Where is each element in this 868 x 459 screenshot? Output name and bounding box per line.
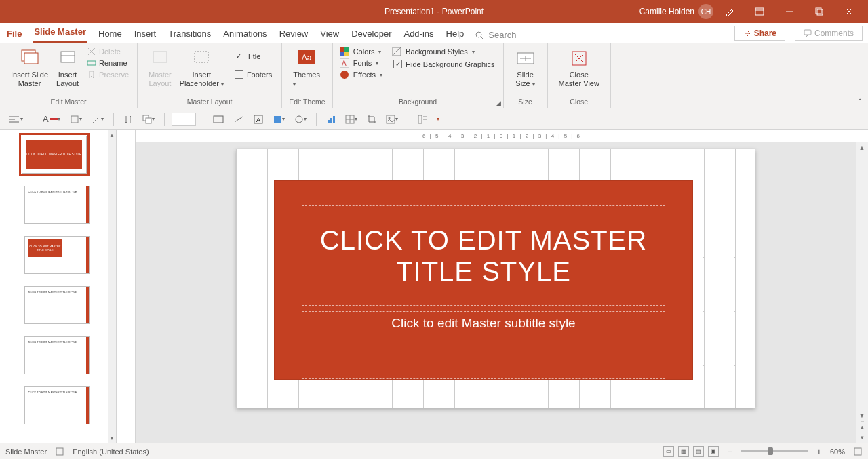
shape-outline-dropdown[interactable]: ▾ bbox=[292, 112, 309, 127]
svg-rect-56 bbox=[56, 448, 63, 455]
thumbnail-layout-3[interactable]: CLICK TO EDIT MASTER TITLE STYLE bbox=[24, 286, 90, 324]
thumbnail-layout-1[interactable]: CLICK TO EDIT MASTER TITLE STYLE bbox=[24, 186, 90, 224]
tab-home[interactable]: Home bbox=[97, 26, 123, 43]
reading-view-button[interactable]: ▤ bbox=[693, 446, 704, 457]
group-label-size: Size bbox=[511, 96, 540, 108]
svg-rect-12 bbox=[61, 52, 75, 62]
svg-rect-36 bbox=[71, 116, 78, 123]
svg-text:A: A bbox=[256, 117, 260, 123]
insert-slide-master-icon bbox=[19, 47, 41, 69]
svg-rect-46 bbox=[330, 118, 332, 123]
zoom-out-button[interactable]: − bbox=[727, 446, 732, 457]
collapse-ribbon-button[interactable]: ⌃ bbox=[857, 98, 863, 105]
align-dropdown[interactable]: ▾ bbox=[5, 112, 26, 127]
drawing-mode-icon[interactable] bbox=[716, 0, 743, 23]
svg-rect-18 bbox=[195, 52, 208, 62]
crop-button[interactable] bbox=[364, 112, 379, 127]
zoom-value[interactable]: 60% bbox=[830, 447, 845, 456]
thumbnail-master-1[interactable]: CLICK TO EDIT MASTER TITLE STYLE bbox=[22, 136, 87, 174]
maximize-button[interactable] bbox=[806, 0, 833, 23]
tab-review[interactable]: Review bbox=[278, 26, 310, 43]
scroll-up-icon[interactable]: ▲ bbox=[108, 130, 116, 140]
insert-layout-button[interactable]: Insert Layout bbox=[52, 46, 83, 96]
arrange-dropdown[interactable]: ▾ bbox=[140, 112, 157, 127]
status-language[interactable]: English (United States) bbox=[73, 447, 149, 456]
sorter-view-button[interactable]: ▦ bbox=[678, 446, 689, 457]
slide-size-button[interactable]: Slide Size ▾ bbox=[511, 46, 540, 96]
colors-dropdown[interactable]: Colors▾ bbox=[340, 46, 382, 57]
shape-combo[interactable] bbox=[172, 113, 196, 126]
table-dropdown[interactable]: ▾ bbox=[342, 112, 360, 127]
normal-view-button[interactable]: ▭ bbox=[663, 446, 674, 457]
line-shape-button[interactable] bbox=[231, 112, 247, 127]
close-master-view-button[interactable]: Close Master View bbox=[555, 46, 604, 96]
textbox-button[interactable]: A bbox=[251, 112, 266, 127]
share-button[interactable]: Share bbox=[734, 26, 785, 41]
scroll-up-button[interactable]: ▲ bbox=[859, 142, 865, 153]
tab-animations[interactable]: Animations bbox=[222, 26, 268, 43]
rect-shape-button[interactable] bbox=[210, 112, 226, 127]
user-avatar[interactable]: CH bbox=[698, 4, 713, 19]
shape-fill-dropdown[interactable]: ▾ bbox=[270, 112, 288, 127]
prev-slide-button[interactable]: ▴ bbox=[861, 421, 864, 432]
master-layout-button: Master Layout bbox=[144, 46, 176, 96]
thumbnail-layout-2[interactable]: CLICK TO EDIT MASTER TITLE STYLE bbox=[24, 236, 90, 274]
tab-insert[interactable]: Insert bbox=[133, 26, 158, 43]
tab-transitions[interactable]: Transitions bbox=[167, 26, 212, 43]
picture-dropdown[interactable]: ▾ bbox=[383, 112, 401, 127]
user-name: Camille Holden bbox=[639, 7, 694, 16]
hide-bg-checkbox[interactable]: ✓Hide Background Graphics bbox=[392, 58, 496, 70]
selection-pane-button[interactable] bbox=[415, 112, 430, 127]
thumbnail-layout-4[interactable]: CLICK TO EDIT MASTER TITLE STYLE bbox=[24, 336, 90, 374]
background-dialog-launcher[interactable]: ◢ bbox=[496, 100, 501, 106]
svg-rect-47 bbox=[333, 116, 335, 123]
svg-point-44 bbox=[296, 116, 302, 123]
scroll-down-button[interactable]: ▼ bbox=[859, 410, 865, 421]
insert-placeholder-icon bbox=[191, 47, 212, 69]
effects-dropdown[interactable]: Effects▾ bbox=[340, 69, 382, 80]
sort-button[interactable] bbox=[121, 112, 136, 127]
ribbon-display-icon[interactable] bbox=[746, 0, 773, 23]
next-slide-button[interactable]: ▾ bbox=[861, 432, 864, 443]
slide-canvas[interactable]: Click to edit Master title style Click t… bbox=[236, 149, 755, 408]
svg-rect-51 bbox=[387, 115, 395, 123]
subtitle-placeholder[interactable]: Click to edit Master subtitle style bbox=[302, 311, 665, 379]
slideshow-view-button[interactable]: ▣ bbox=[708, 446, 719, 457]
title-placeholder[interactable]: Click to edit Master title style bbox=[302, 205, 665, 306]
fonts-dropdown[interactable]: AFonts▾ bbox=[340, 58, 382, 68]
background-styles-dropdown[interactable]: Background Styles▾ bbox=[392, 46, 496, 57]
tab-slide-master[interactable]: Slide Master bbox=[33, 24, 87, 43]
tab-developer[interactable]: Developer bbox=[350, 26, 393, 43]
zoom-in-button[interactable]: + bbox=[816, 446, 822, 457]
group-label-close: Close bbox=[555, 96, 604, 108]
tab-addins[interactable]: Add-ins bbox=[402, 26, 435, 43]
svg-line-8 bbox=[481, 37, 484, 39]
insert-placeholder-button[interactable]: Insert Placeholder ▾ bbox=[176, 46, 228, 96]
tell-me-search[interactable]: Search bbox=[475, 30, 516, 43]
thumbnail-scrollbar[interactable]: ▲ ▼ bbox=[108, 130, 116, 443]
accessibility-icon[interactable] bbox=[55, 447, 64, 456]
highlight-dropdown[interactable]: ▾ bbox=[67, 112, 85, 127]
title-checkbox[interactable]: ✓Title bbox=[233, 50, 273, 62]
more-button[interactable]: ▾ bbox=[434, 112, 442, 127]
tab-file[interactable]: File bbox=[5, 26, 23, 43]
svg-rect-39 bbox=[214, 116, 223, 123]
ink-dropdown[interactable]: ▾ bbox=[89, 112, 106, 127]
close-window-button[interactable] bbox=[835, 0, 863, 23]
fit-window-button[interactable] bbox=[853, 447, 863, 456]
editor-scrollbar[interactable]: ▲ ▼ ▴ ▾ bbox=[856, 142, 868, 443]
preserve-icon bbox=[87, 70, 96, 79]
tab-help[interactable]: Help bbox=[445, 26, 466, 43]
zoom-slider[interactable] bbox=[741, 450, 808, 452]
insert-slide-master-button[interactable]: Insert Slide Master bbox=[7, 46, 52, 96]
rename-button[interactable]: Rename bbox=[85, 58, 130, 68]
themes-button[interactable]: Aa Themes▾ bbox=[289, 46, 324, 96]
chart-button[interactable] bbox=[323, 112, 338, 127]
minimize-button[interactable] bbox=[776, 0, 803, 23]
tab-view[interactable]: View bbox=[319, 26, 340, 43]
comments-button[interactable]: Comments bbox=[795, 26, 863, 41]
footers-checkbox[interactable]: Footers bbox=[233, 68, 273, 80]
thumbnail-layout-5[interactable]: CLICK TO EDIT MASTER TITLE STYLE bbox=[24, 386, 90, 424]
font-color-dropdown[interactable]: A▾ bbox=[40, 112, 63, 127]
scroll-down-icon[interactable]: ▼ bbox=[108, 433, 116, 443]
